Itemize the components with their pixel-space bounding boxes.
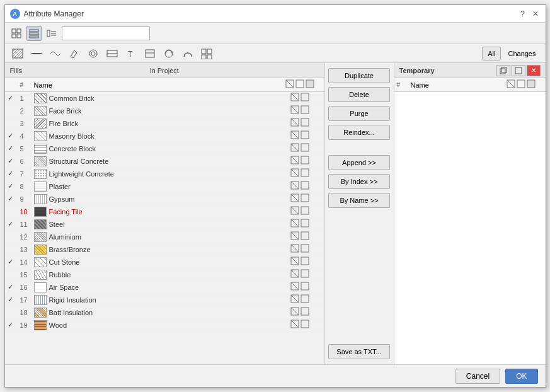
- right-table-body: [394, 92, 546, 364]
- row-icon-1: [290, 206, 299, 217]
- row-preview: [34, 131, 47, 141]
- by-name-button[interactable]: By Name >>: [328, 193, 390, 208]
- table-row[interactable]: ✓1Common Brick: [5, 92, 324, 105]
- table-row[interactable]: 2Face Brick: [5, 105, 324, 117]
- toolbar-list-btn[interactable]: [26, 26, 42, 41]
- reindex-button[interactable]: Reindex...: [328, 125, 390, 140]
- fills-table[interactable]: ✓1Common Brick 2Face Brick 3Fire Brick ✓…: [5, 92, 324, 364]
- row-icon-2: [301, 93, 309, 103]
- table-row[interactable]: ✓11Steel: [5, 218, 324, 231]
- table-row[interactable]: 13Brass/Bronze: [5, 243, 324, 256]
- svg-rect-28: [306, 80, 314, 88]
- row-icon-2: [301, 206, 309, 217]
- tab-zones-btn[interactable]: [160, 46, 178, 61]
- row-icon-2: [301, 156, 309, 166]
- toolbar-grid-btn[interactable]: [9, 26, 24, 41]
- row-icon-2: [301, 168, 309, 179]
- toolbar-row2: T: [5, 44, 546, 63]
- tab-all-button[interactable]: All: [482, 47, 501, 61]
- toolbar-detail-btn[interactable]: [44, 26, 59, 41]
- delete-button[interactable]: Delete: [328, 87, 390, 102]
- table-row[interactable]: ✓8Plaster: [5, 180, 324, 193]
- row-icons: [278, 130, 322, 141]
- table-row[interactable]: ✓9Gypsum: [5, 193, 324, 205]
- row-preview: [34, 106, 47, 116]
- tab-changes-button[interactable]: Changes: [502, 47, 541, 61]
- cancel-button[interactable]: Cancel: [455, 369, 500, 384]
- tab-composites-btn[interactable]: [84, 46, 102, 61]
- table-row[interactable]: ✓5Concrete Block: [5, 142, 324, 155]
- table-row[interactable]: ✓14Cut Stone: [5, 256, 324, 268]
- table-row[interactable]: 15Rubble: [5, 268, 324, 281]
- row-name: Structural Concrete: [49, 158, 278, 165]
- svg-rect-92: [527, 80, 535, 88]
- row-name: Fire Brick: [49, 120, 278, 127]
- svg-rect-37: [301, 118, 309, 126]
- main-content: Fills in Project # Name: [5, 63, 546, 364]
- help-button[interactable]: ?: [518, 9, 528, 19]
- table-row[interactable]: 12Aluminium: [5, 231, 324, 243]
- right-panel-icon2[interactable]: [512, 65, 525, 76]
- row-number: 5: [20, 145, 34, 153]
- tab-pens-btn[interactable]: [66, 46, 83, 61]
- close-window-button[interactable]: ✕: [530, 9, 541, 19]
- row-icons: [278, 320, 322, 330]
- row-number: 3: [20, 120, 34, 127]
- tab-grid-display-btn[interactable]: [198, 46, 215, 61]
- title-bar: A Attribute Manager ? ✕: [5, 5, 546, 23]
- tab-mep-btn[interactable]: [179, 46, 197, 61]
- row-icon-2: [301, 244, 309, 255]
- row-icon-2: [301, 307, 309, 318]
- tab-text-btn[interactable]: T: [122, 46, 140, 61]
- append-button[interactable]: Append >>: [328, 155, 390, 170]
- row-check: ✓: [8, 321, 20, 329]
- by-index-button[interactable]: By Index >>: [328, 174, 390, 189]
- table-row[interactable]: 3Fire Brick: [5, 117, 324, 130]
- search-input[interactable]: [62, 26, 150, 40]
- duplicate-button[interactable]: Duplicate: [328, 68, 390, 83]
- svg-line-78: [291, 295, 299, 303]
- row-preview: [34, 144, 47, 154]
- ok-button[interactable]: OK: [505, 369, 537, 384]
- table-row[interactable]: ✓16Air Space: [5, 281, 324, 294]
- row-name: Lightweight Concrete: [49, 170, 278, 178]
- row-icon-2: [301, 231, 309, 242]
- tab-lines-btn[interactable]: [28, 46, 45, 61]
- row-icon-1: [290, 118, 299, 129]
- row-icon-2: [301, 130, 309, 141]
- table-row[interactable]: ✓7Lightweight Concrete: [5, 168, 324, 180]
- row-name: Aluminium: [49, 233, 278, 241]
- right-panel-close-btn[interactable]: ✕: [527, 65, 541, 76]
- tab-complex-lines-btn[interactable]: [47, 46, 64, 61]
- svg-point-20: [165, 50, 173, 57]
- svg-line-42: [291, 144, 299, 151]
- svg-text:T: T: [128, 50, 133, 59]
- svg-rect-0: [12, 29, 16, 33]
- table-row[interactable]: ✓17Rigid Insulation: [5, 294, 324, 306]
- row-name: Plaster: [49, 183, 278, 190]
- table-row[interactable]: 18Batt Insulation: [5, 306, 324, 319]
- svg-rect-70: [301, 257, 309, 265]
- right-panel-icon1[interactable]: [496, 65, 510, 76]
- save-txt-button[interactable]: Save as TXT...: [328, 344, 390, 359]
- table-row[interactable]: ✓4Masonry Block: [5, 130, 324, 142]
- svg-rect-19: [146, 50, 154, 57]
- tab-materials-btn[interactable]: [141, 46, 159, 61]
- footer: Cancel OK: [5, 364, 546, 387]
- row-icons: [278, 105, 322, 116]
- svg-line-26: [286, 80, 294, 88]
- tab-profiles-btn[interactable]: [103, 46, 121, 61]
- purge-button[interactable]: Purge: [328, 106, 390, 121]
- svg-line-45: [291, 156, 299, 164]
- row-number: 4: [20, 132, 34, 140]
- svg-rect-88: [515, 67, 522, 74]
- table-row[interactable]: ✓19Wood: [5, 319, 324, 331]
- row-check: ✓: [8, 182, 20, 190]
- table-row[interactable]: ✓6Structural Concrete: [5, 155, 324, 168]
- row-icons: [278, 118, 322, 129]
- table-row[interactable]: 10Facing Tile: [5, 205, 324, 218]
- tab-fills-btn[interactable]: [9, 46, 26, 61]
- row-icon-2: [301, 118, 309, 129]
- row-icons: [278, 143, 322, 154]
- row-icons: [278, 231, 322, 242]
